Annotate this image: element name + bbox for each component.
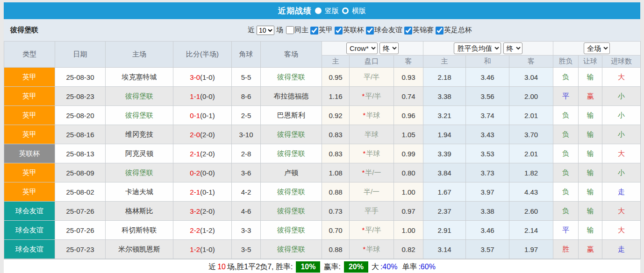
col-header-corner: 角球	[232, 42, 261, 68]
league-checkbox-label: 球会友谊	[374, 26, 402, 34]
handicap: 平手	[350, 202, 394, 221]
away-team[interactable]: 彼得堡联	[261, 68, 322, 87]
horizontal-layout-radio[interactable]	[342, 7, 349, 14]
home-team[interactable]: 米尔顿凯恩斯	[106, 240, 173, 259]
odds-time-select-2[interactable]: 终	[503, 42, 522, 54]
avg-draw-odds: 3.46	[466, 221, 509, 240]
league-checkbox-2[interactable]	[366, 27, 374, 35]
away-team[interactable]: 彼得堡联	[261, 221, 322, 240]
result-goals: 大	[602, 221, 641, 240]
avg-draw-odds: 3.97	[466, 182, 509, 202]
home-team[interactable]: 卡迪夫城	[106, 182, 173, 202]
match-date: 25-07-23	[55, 240, 106, 259]
crow-away-odds: 0.97	[394, 202, 423, 221]
avg-home-odds: 2.18	[423, 68, 466, 87]
crow-away-odds: 0.93	[394, 68, 423, 87]
team-name: 彼得堡联	[4, 26, 38, 35]
avg-away-odds: 1.97	[509, 240, 553, 259]
vertical-layout-radio[interactable]	[315, 7, 322, 14]
home-team[interactable]: 阿克灵顿	[106, 144, 173, 163]
home-team[interactable]: 维冈竞技	[106, 125, 173, 144]
half-time-score: (2-0)	[200, 207, 215, 215]
league-badge: 英甲	[4, 106, 55, 125]
handicap-win-badge: 20%	[344, 261, 368, 273]
vertical-layout-label[interactable]: 竖版	[325, 7, 339, 15]
big-value: :40%	[380, 263, 397, 271]
avg-away-odds: 3.70	[509, 125, 553, 144]
home-team[interactable]: 彼得堡联	[106, 163, 173, 182]
result-goals: 小	[602, 87, 641, 106]
corner-score: 3-5	[232, 240, 261, 259]
away-team[interactable]: 彼得堡联	[261, 125, 322, 144]
avg-draw-odds: 3.46	[466, 68, 509, 87]
away-team[interactable]: 布拉德福德	[261, 87, 322, 106]
sub-header-6: 胜负	[553, 56, 579, 68]
home-team[interactable]: 格林斯比	[106, 202, 173, 221]
odds-company-group: Crow* 终	[322, 42, 423, 56]
match-date: 25-08-30	[55, 68, 106, 87]
league-checkbox-3[interactable]	[404, 27, 412, 35]
home-team[interactable]: 科切斯特联	[106, 221, 173, 240]
full-time-score: 1-1	[190, 92, 200, 100]
away-team[interactable]: 彼得堡联	[261, 182, 322, 202]
handicap: *半球	[350, 240, 394, 259]
home-team[interactable]: 彼得堡联	[106, 87, 173, 106]
half-time-score: (0-1)	[200, 112, 215, 119]
avg-home-odds: 3.39	[423, 144, 466, 163]
handicap: *半球	[350, 106, 394, 125]
odds-time-select-1[interactable]: 终	[379, 42, 399, 54]
match-date: 25-07-26	[55, 221, 106, 240]
result-wdl: 平	[553, 221, 579, 240]
crow-home-odds: 0.88	[322, 240, 350, 259]
league-checkbox-1[interactable]	[335, 27, 343, 35]
handicap: *半/一	[350, 163, 394, 182]
result-goals: 大	[602, 68, 641, 87]
avg-odds-select[interactable]: 胜平负均值	[454, 42, 501, 54]
home-team[interactable]: 埃克塞特城	[106, 68, 173, 87]
full-time-score: 2-1	[190, 188, 200, 196]
league-badge: 球会友谊	[4, 221, 55, 240]
match-date: 25-08-16	[55, 125, 106, 144]
away-team[interactable]: 彼得堡联	[261, 240, 322, 259]
league-checkbox-4[interactable]	[436, 27, 444, 35]
recent-count-select[interactable]: 10	[257, 26, 274, 35]
result-wdl: 负	[553, 125, 579, 144]
avg-home-odds: 2.37	[423, 202, 466, 221]
result-handicap: 赢	[579, 87, 602, 106]
match-row: 英甲25-08-02卡迪夫城2-1(0-1)4-2彼得堡联0.88半/一1.00…	[4, 182, 641, 202]
same-home-checkbox[interactable]	[286, 26, 294, 34]
league-badge: 英甲	[4, 182, 55, 202]
avg-home-odds: 1.94	[423, 125, 466, 144]
match-date: 25-08-23	[55, 87, 106, 106]
league-checkbox-0[interactable]	[310, 27, 318, 35]
corner-score: 2-5	[232, 106, 261, 125]
away-team[interactable]: 卢顿	[261, 163, 322, 182]
avg-home-odds: 1.67	[423, 182, 466, 202]
score: 2-1(2-0)	[173, 144, 232, 163]
crow-home-odds: 0.70	[322, 221, 350, 240]
col-header-type: 类型	[4, 42, 55, 68]
away-team[interactable]: 彼得堡联	[261, 144, 322, 163]
score: 2-2(1-2)	[173, 221, 232, 240]
odds-company-select[interactable]: Crow*	[346, 42, 378, 54]
full-time-score: 2-2	[190, 226, 200, 234]
result-wdl: 负	[553, 182, 579, 202]
league-badge: 英甲	[4, 68, 55, 87]
crow-away-odds: 0.80	[394, 163, 423, 182]
avg-away-odds: 2.01	[509, 144, 553, 163]
handicap: *平/半	[350, 87, 394, 106]
away-team[interactable]: 彼得堡联	[261, 202, 322, 221]
home-team[interactable]: 彼得堡联	[106, 106, 173, 125]
avg-away-odds: 2.14	[509, 221, 553, 240]
scope-select[interactable]: 全场	[584, 42, 610, 54]
away-team[interactable]: 巴恩斯利	[261, 106, 322, 125]
footer-prefix: 近	[208, 262, 216, 272]
league-badge: 英甲	[4, 163, 55, 182]
half-time-score: (0-1)	[200, 188, 215, 196]
avg-draw-odds: 3.38	[466, 202, 509, 221]
sub-header-7: 让球	[579, 56, 602, 68]
horizontal-layout-label[interactable]: 横版	[352, 7, 366, 15]
half-time-score: (2-0)	[200, 150, 215, 158]
result-wdl: 负	[553, 202, 579, 221]
full-time-score: 3-2	[190, 207, 200, 215]
